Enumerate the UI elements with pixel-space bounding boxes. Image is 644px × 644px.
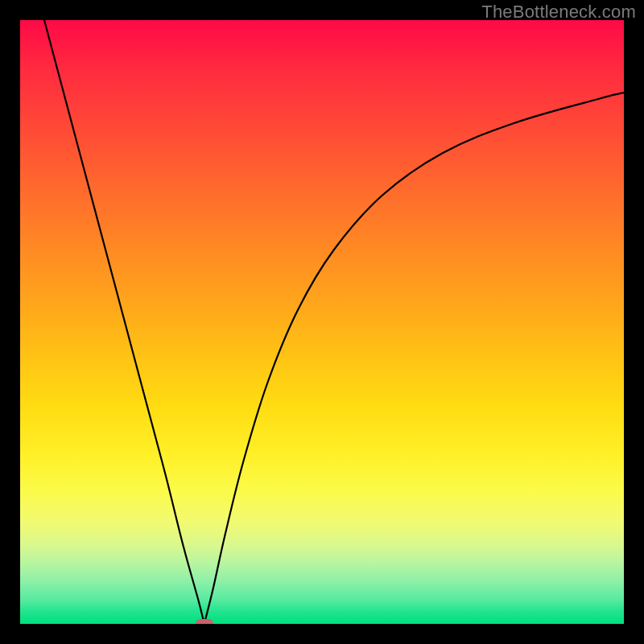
curve-left-branch bbox=[44, 20, 204, 624]
curve-right-branch bbox=[204, 93, 624, 624]
chart-frame: TheBottleneck.com bbox=[0, 0, 644, 644]
plot-area bbox=[20, 20, 624, 624]
watermark-text: TheBottleneck.com bbox=[481, 2, 636, 23]
curve-layer bbox=[20, 20, 624, 624]
min-marker bbox=[196, 619, 213, 624]
